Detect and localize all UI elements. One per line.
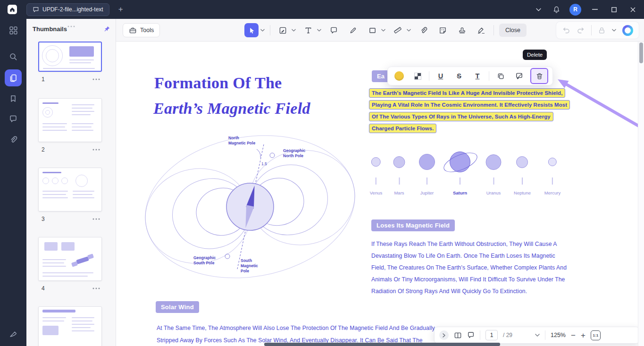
signature-tool-button[interactable]: [474, 23, 488, 37]
comment-tool-button[interactable]: [326, 23, 341, 37]
tools-menu-button[interactable]: Tools: [123, 23, 160, 37]
planet-circle: [419, 154, 435, 170]
planet-uranus: Uranus: [486, 149, 502, 195]
diagram-label-geographic-north-pole: Geographic North Pole: [283, 148, 305, 159]
rectangle-shape-icon: [368, 26, 376, 34]
signature-icon: [477, 26, 485, 34]
notifications-button[interactable]: [547, 0, 565, 19]
minimize-button[interactable]: [585, 0, 604, 19]
thumbnail-more-icon[interactable]: [92, 287, 100, 289]
page-number-label: 3: [42, 216, 45, 222]
document-tab[interactable]: UPDF-2-file...ighted-text: [26, 3, 109, 16]
page-thumbnail-2[interactable]: [38, 98, 102, 142]
tick-mark: [493, 177, 494, 185]
tick-mark: [552, 177, 553, 185]
copy-icon: [497, 72, 505, 80]
thumbnail-more-icon[interactable]: [92, 78, 100, 80]
redo-button[interactable]: [577, 26, 585, 34]
attachment-tool-button[interactable]: [416, 23, 430, 37]
diagram-label-axis-angle: 1.5: [261, 161, 267, 167]
select-tool-dropdown[interactable]: [260, 29, 265, 32]
measure-tool-button[interactable]: [391, 23, 405, 37]
vertical-scrollbar[interactable]: [638, 42, 644, 346]
highlighted-text[interactable]: Charged Particle Flows.: [369, 124, 436, 133]
thumbnail-item-2: 2: [38, 98, 102, 153]
chevron-down-icon: [407, 29, 411, 32]
ink-pen-icon: [9, 329, 18, 338]
pin-icon: [103, 25, 110, 33]
highlighted-text[interactable]: The Earth's Magnetic Field Is Like A Hug…: [369, 88, 565, 98]
sidebar-item-bookmarks[interactable]: [5, 90, 22, 107]
stamp-icon: [458, 26, 466, 34]
copy-button[interactable]: [493, 69, 508, 83]
protect-dropdown[interactable]: [612, 29, 616, 32]
comments-toggle-button[interactable]: [467, 331, 475, 339]
ai-assistant-button[interactable]: [622, 25, 633, 36]
strikethrough-button[interactable]: S: [452, 69, 466, 83]
sidebar-item-thumbnails[interactable]: [5, 69, 22, 86]
maximize-icon: [611, 7, 617, 12]
highlighted-text[interactable]: Of The Various Types Of Rays in The Univ…: [369, 112, 553, 121]
protect-button[interactable]: [598, 26, 606, 34]
comment-note-button[interactable]: [512, 69, 526, 83]
home-icon: [8, 5, 17, 14]
new-tab-button[interactable]: +: [115, 5, 126, 14]
edit-tool-dropdown[interactable]: [292, 29, 296, 32]
sidebar-item-apps[interactable]: [5, 22, 22, 39]
text-tool-dropdown[interactable]: [317, 29, 321, 32]
text-tool-button[interactable]: [301, 23, 315, 37]
chevron-down-icon: [535, 334, 540, 337]
sidebar-item-comments[interactable]: [5, 110, 22, 127]
sidebar-item-signature[interactable]: [5, 325, 22, 342]
page-thumbnail-3[interactable]: [38, 168, 102, 211]
tab-list-dropdown[interactable]: [529, 0, 547, 19]
sticker-tool-button[interactable]: [435, 23, 450, 37]
zoom-in-button[interactable]: +: [581, 331, 585, 339]
page-thumbnail-4[interactable]: [38, 237, 102, 281]
maximize-button[interactable]: [604, 0, 623, 19]
edit-tool-button[interactable]: [276, 23, 290, 37]
zoom-level-label: 125%: [551, 332, 566, 338]
close-tools-button[interactable]: Close: [499, 24, 527, 37]
highlighted-text[interactable]: Playing A Vital Role In The Cosmic Envir…: [369, 100, 570, 110]
close-window-button[interactable]: [623, 0, 642, 19]
page-number-input[interactable]: 1: [485, 330, 498, 340]
left-sidebar: [0, 19, 26, 346]
thumbnails-panel: Thumbnails 1: [26, 19, 116, 346]
shape-tool-dropdown[interactable]: [381, 29, 385, 32]
measure-tool-dropdown[interactable]: [407, 29, 411, 32]
sidebar-item-search[interactable]: [5, 48, 22, 65]
thumbnail-more-icon[interactable]: [92, 149, 100, 151]
annotation-arrow[interactable]: [554, 75, 638, 129]
thumbnail-more-icon[interactable]: [92, 218, 100, 220]
collapse-bar-button[interactable]: [439, 330, 449, 340]
home-button[interactable]: [3, 0, 22, 19]
pin-panel-button[interactable]: [103, 25, 110, 33]
text-style-button[interactable]: T: [470, 69, 485, 83]
stamp-tool-button[interactable]: [455, 23, 469, 37]
planet-label: Venus: [370, 190, 382, 195]
underline-button[interactable]: U: [434, 69, 448, 83]
pen-tool-button[interactable]: [346, 23, 360, 37]
comment-icon: [330, 26, 338, 34]
reading-mode-button[interactable]: [454, 331, 462, 339]
vertical-scrollbar-thumb[interactable]: [639, 42, 643, 63]
page-view-dropdown[interactable]: [535, 334, 540, 337]
user-avatar[interactable]: R: [569, 4, 581, 16]
titlebar: UPDF-2-file...ighted-text + R: [0, 0, 644, 19]
delete-button[interactable]: [530, 68, 548, 84]
select-tool-button[interactable]: [244, 23, 259, 37]
page-thumbnail-1[interactable]: [38, 42, 102, 72]
horizontal-scrollbar-thumb[interactable]: [264, 343, 500, 346]
undo-button[interactable]: [562, 26, 570, 34]
page-thumbnail-5[interactable]: [38, 306, 102, 346]
sidebar-item-attachments[interactable]: [5, 131, 22, 148]
page-number-label: 1: [42, 76, 45, 83]
actual-size-button[interactable]: 1:1: [591, 330, 601, 340]
tools-label: Tools: [140, 27, 154, 34]
shape-tool-button[interactable]: [365, 23, 379, 37]
custom-color-button[interactable]: [410, 69, 425, 83]
highlight-color-button[interactable]: [392, 69, 406, 83]
divider: [493, 25, 494, 35]
zoom-out-button[interactable]: −: [571, 331, 576, 339]
